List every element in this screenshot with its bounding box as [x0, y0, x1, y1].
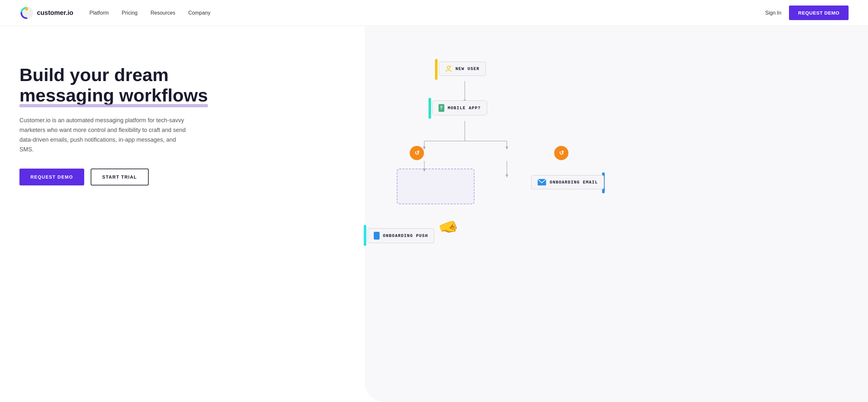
workflow-timer-right: ↺ [554, 146, 568, 160]
onboarding-push-label: ONBOARDING PUSH [383, 233, 428, 238]
svg-marker-7 [423, 147, 426, 150]
workflow-diagram: NEW USER MOBILE APP? ↺ ↺ [387, 52, 607, 263]
accent-bar-cyan-push [364, 225, 366, 246]
hero-title-line2: messaging workflows [20, 85, 208, 106]
new-user-label: NEW USER [455, 66, 479, 71]
nav-right: Sign In REQUEST DEMO [765, 5, 849, 20]
nav-links: Platform Pricing Resources Company [89, 10, 765, 16]
svg-line-15 [451, 66, 451, 66]
nav-company[interactable]: Company [188, 10, 210, 16]
onboarding-email-label: ONBOARDING EMAIL [550, 180, 598, 185]
user-icon [445, 65, 452, 72]
navbar: customer.io Platform Pricing Resources C… [0, 0, 868, 26]
hero-start-trial-button[interactable]: START TRIAL [91, 169, 149, 185]
workflow-mobile-app-node: MOBILE APP? [432, 100, 487, 115]
workflow-timer-left: ↺ [410, 146, 424, 160]
hero-title-line1: Build your dream [20, 64, 169, 85]
workflow-onboarding-push-node: ONBOARDING PUSH [368, 228, 434, 243]
hero-right: NEW USER MOBILE APP? ↺ ↺ [368, 52, 848, 247]
push-icon [374, 232, 380, 239]
svg-point-14 [447, 66, 450, 69]
hero-left: Build your dream messaging workflows Cus… [20, 52, 368, 185]
svg-line-16 [451, 66, 451, 67]
svg-point-1 [25, 7, 28, 11]
hero-request-demo-button[interactable]: REQUEST DEMO [20, 169, 84, 185]
svg-marker-13 [505, 174, 508, 178]
logo-icon [20, 6, 34, 20]
logo-text: customer.io [37, 9, 73, 17]
workflow-onboarding-email-node: ONBOARDING EMAIL [531, 175, 604, 189]
nav-request-demo-button[interactable]: REQUEST DEMO [789, 5, 848, 20]
nav-platform[interactable]: Platform [89, 10, 109, 16]
workflow-dashed-box [397, 169, 474, 204]
hero-buttons: REQUEST DEMO START TRIAL [20, 169, 355, 185]
email-icon [537, 179, 547, 186]
accent-bar-yellow [435, 59, 438, 80]
mobile-app-label: MOBILE APP? [447, 106, 480, 111]
logo[interactable]: customer.io [20, 6, 73, 20]
nav-resources[interactable]: Resources [151, 10, 175, 16]
svg-marker-9 [505, 147, 508, 150]
pointing-hand-icon: 🤜 [436, 216, 461, 239]
mobile-icon [438, 104, 444, 112]
workflow-new-user-node: NEW USER [439, 62, 486, 76]
nav-pricing[interactable]: Pricing [122, 10, 138, 16]
accent-bar-teal [429, 98, 431, 119]
hero-section: Build your dream messaging workflows Cus… [0, 26, 868, 402]
sign-in-link[interactable]: Sign In [765, 10, 781, 16]
hero-title: Build your dream messaging workflows [20, 65, 355, 105]
hero-subtitle: Customer.io is an automated messaging pl… [20, 116, 188, 154]
